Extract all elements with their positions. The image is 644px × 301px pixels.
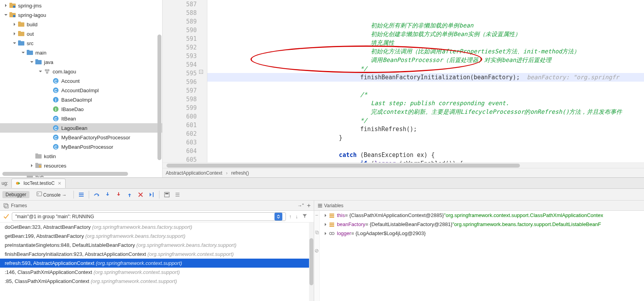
line-number[interactable]: 592	[163, 43, 197, 52]
restore-layout-icon[interactable]: →"	[297, 203, 304, 208]
tree-item[interactable]: CItBean	[0, 114, 162, 123]
line-number[interactable]: 603	[163, 138, 197, 147]
tree-twisty-icon[interactable]	[3, 12, 9, 18]
breadcrumb-item[interactable]: AbstractApplicationContext	[166, 170, 222, 176]
line-number[interactable]: 599	[163, 104, 197, 112]
prev-frame-icon[interactable]: ↑	[289, 213, 292, 219]
tree-item[interactable]: CAccountDaoImpl	[0, 86, 162, 95]
line-number[interactable]: 596	[163, 78, 197, 86]
tree-twisty-icon[interactable]	[29, 163, 35, 168]
code-line[interactable]: catch (BeansException ex) {	[207, 151, 644, 159]
tree-item[interactable]: CAccount	[0, 76, 162, 86]
code-editor[interactable]: − 58758858959059159259359459559659759859…	[163, 0, 644, 177]
editor-hscrollbar[interactable]	[163, 162, 644, 168]
stack-frame[interactable]: refresh:593, AbstractApplicationContext …	[0, 259, 309, 268]
tree-item[interactable]: spring-lagou	[0, 10, 162, 20]
tree-item[interactable]: CMyBeanFactoryPostProcessor	[0, 133, 162, 142]
tree-item[interactable]: src	[0, 38, 162, 48]
tree-item[interactable]: CLagouBean	[0, 123, 162, 133]
code-line[interactable]: Last step: publish corresponding event.	[207, 99, 644, 108]
frames-vscrollbar[interactable]	[309, 223, 314, 301]
tree-twisty-icon[interactable]	[46, 125, 52, 131]
project-tree[interactable]: spring-jmsspring-lagoubuildoutsrcmainjav…	[0, 0, 163, 177]
code-line[interactable]: */	[207, 116, 644, 125]
line-number[interactable]: 590	[163, 26, 197, 35]
line-number[interactable]: 604	[163, 147, 197, 155]
tree-twisty-icon[interactable]	[3, 3, 9, 8]
breadcrumb[interactable]: AbstractApplicationContext › refresh()	[163, 168, 644, 177]
tree-twisty-icon[interactable]	[46, 106, 52, 112]
stack-frame[interactable]: finishBeanFactoryInitialization:923, Abs…	[0, 250, 309, 259]
line-gutter[interactable]: − 58758858959059159259359459559659759859…	[163, 0, 207, 162]
tree-twisty-icon[interactable]	[46, 135, 52, 140]
line-number[interactable]: 595	[163, 69, 197, 78]
tree-item[interactable]: com.lagou	[0, 67, 162, 76]
tree-twisty-icon[interactable]	[323, 213, 328, 218]
run-to-cursor-icon[interactable]	[148, 191, 155, 198]
next-frame-icon[interactable]: ↓	[296, 213, 298, 219]
debug-run-config-tab[interactable]: IocTest.testIoC ✕	[11, 179, 66, 188]
line-number[interactable]: 591	[163, 35, 197, 43]
collapse-icon[interactable]: −	[315, 212, 318, 218]
code-line[interactable]: if (logger.isWarnEnabled()) {	[207, 159, 644, 162]
tree-item[interactable]: IBaseDaoImpl	[0, 95, 162, 104]
filter-icon[interactable]	[302, 213, 307, 220]
frames-list[interactable]: doGetBean:323, AbstractBeanFactory (org.…	[0, 223, 309, 301]
line-number[interactable]: 601	[163, 121, 197, 130]
code-line[interactable]: 初始化方法调用（比如调用afterPropertiesSet方法、init-me…	[207, 47, 644, 56]
code-line[interactable]: 初始化所有剩下的非懒加载的单例bean	[207, 21, 644, 30]
thread-select[interactable]: "main"@1 in group "main": RUNNING	[12, 212, 286, 221]
add-icon[interactable]: +	[307, 202, 311, 209]
code-line[interactable]: 填充属性	[207, 38, 644, 47]
link-icon[interactable]: ⊘	[315, 248, 319, 254]
fold-marker-icon[interactable]: −	[199, 70, 203, 74]
tree-vscrollbar[interactable]	[157, 35, 161, 160]
line-number[interactable]: 587	[163, 0, 197, 9]
line-number[interactable]: 588	[163, 9, 197, 17]
tree-item[interactable]: main	[0, 48, 162, 57]
tree-twisty-icon[interactable]	[12, 40, 17, 46]
stack-frame[interactable]: :85, ClassPathXmlApplicationContext (org…	[0, 277, 309, 286]
line-number[interactable]: 594	[163, 60, 197, 69]
line-number[interactable]: 600	[163, 112, 197, 121]
line-number[interactable]: 598	[163, 95, 197, 104]
variable-row[interactable]: logger = {LogAdapter$Log4jLog@2903}	[320, 229, 644, 238]
stack-frame[interactable]: doGetBean:323, AbstractBeanFactory (org.…	[0, 223, 309, 232]
tree-twisty-icon[interactable]	[323, 231, 328, 236]
code-line[interactable]: /*	[207, 90, 644, 99]
close-icon[interactable]: ✕	[58, 181, 61, 186]
tree-item[interactable]: resources	[0, 161, 162, 170]
copy-icon[interactable]	[315, 230, 319, 236]
code-line[interactable]: finishBeanFactoryInitialization(beanFact…	[207, 73, 644, 82]
tree-twisty-icon[interactable]	[12, 22, 17, 27]
code-line[interactable]: }	[207, 133, 644, 142]
code-line[interactable]: 初始化创建非懒加载方式的单例Bean实例（未设置属性）	[207, 30, 644, 38]
line-number[interactable]: 597	[163, 86, 197, 95]
tree-item[interactable]: out	[0, 29, 162, 38]
tree-twisty-icon[interactable]	[29, 153, 35, 159]
tree-item[interactable]: kotlin	[0, 151, 162, 161]
tree-twisty-icon[interactable]	[46, 97, 52, 102]
tree-twisty-icon[interactable]	[46, 144, 52, 150]
step-over-icon[interactable]	[93, 191, 100, 198]
trace-icon[interactable]	[174, 191, 181, 198]
threads-icon[interactable]	[78, 191, 85, 198]
stack-frame[interactable]: getBean:199, AbstractBeanFactory (org.sp…	[0, 232, 309, 241]
code-line[interactable]: finishRefresh();	[207, 125, 644, 133]
tree-item[interactable]: IIBaseDao	[0, 104, 162, 114]
tree-item[interactable]: spring-jms	[0, 1, 162, 10]
line-number[interactable]: 602	[163, 130, 197, 138]
tree-item[interactable]: CMyBeanPostProcessor	[0, 142, 162, 151]
drop-frame-icon[interactable]	[137, 191, 144, 198]
code-line[interactable]: */	[207, 64, 644, 73]
chevron-updown-icon[interactable]	[274, 213, 282, 221]
code-line[interactable]	[207, 142, 644, 151]
tree-twisty-icon[interactable]	[12, 31, 17, 36]
tree-twisty-icon[interactable]	[46, 88, 52, 93]
tree-item[interactable]: build	[0, 20, 162, 29]
step-into-icon[interactable]	[104, 191, 111, 198]
code-line[interactable]: 调用BeanPostProcessor（后置处理器）对实例bean进行后置处理	[207, 56, 644, 64]
variable-row[interactable]: this = {ClassPathXmlApplicationContext@2…	[320, 211, 644, 220]
tree-twisty-icon[interactable]	[46, 116, 52, 121]
breadcrumb-item[interactable]: refresh()	[231, 170, 249, 176]
